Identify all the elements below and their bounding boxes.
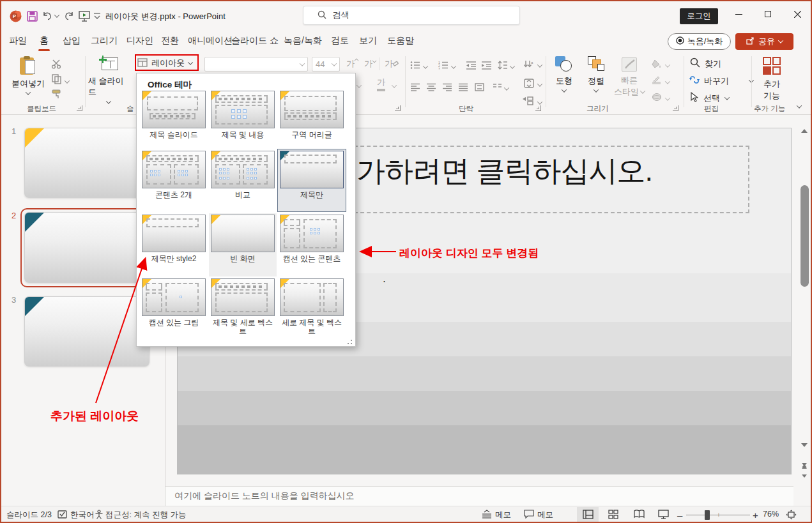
decrease-font-icon[interactable]: 가 [364, 58, 376, 70]
record-button[interactable]: 녹음/녹화 [668, 33, 731, 50]
search-input[interactable]: 검색 [303, 6, 520, 25]
shape-outline-dropdown-icon[interactable] [666, 77, 670, 86]
tab-view[interactable]: 보기 [356, 31, 379, 51]
shape-outline-icon[interactable] [650, 74, 663, 87]
tab-slideshow[interactable]: 슬라이드 쇼 [229, 31, 281, 51]
font-name-combo[interactable] [204, 57, 308, 72]
redo-icon[interactable] [63, 10, 75, 22]
align-right-icon[interactable] [441, 80, 454, 93]
close-button[interactable] [783, 1, 812, 27]
save-icon[interactable] [26, 10, 38, 22]
layout-item-content-with-caption[interactable]: 캡션 있는 콘텐츠 [278, 213, 346, 263]
copy-dropdown-icon[interactable] [64, 75, 70, 88]
justify-icon[interactable] [457, 80, 470, 93]
undo-icon[interactable] [41, 10, 54, 22]
paragraph-dialog-launcher[interactable] [535, 105, 541, 111]
zoom-out-button[interactable]: – [677, 510, 682, 520]
slide-sorter-view-button[interactable] [608, 510, 618, 519]
zoom-in-button[interactable]: + [753, 510, 758, 520]
start-slideshow-icon[interactable] [78, 10, 91, 22]
tab-design[interactable]: 디자인 [124, 31, 156, 51]
font-color-dropdown-icon[interactable] [392, 80, 396, 90]
copy-icon[interactable] [50, 73, 63, 86]
share-button[interactable]: 공유 [735, 33, 793, 50]
slide-3-thumbnail[interactable] [24, 296, 149, 367]
layout-item-two-content[interactable]: 콘텐츠 2개 [140, 149, 208, 199]
shape-effects-icon[interactable] [650, 91, 663, 103]
columns-icon[interactable] [491, 80, 503, 93]
shape-fill-icon[interactable] [650, 57, 663, 70]
layout-item-blank[interactable]: 빈 화면 [209, 213, 277, 277]
increase-font-icon[interactable]: 가 [346, 58, 358, 70]
clipboard-dialog-launcher[interactable] [77, 105, 82, 111]
shapes-button[interactable]: 도형 [549, 56, 579, 93]
replace-button[interactable]: 바꾸기 [689, 75, 753, 87]
distribute-icon[interactable] [473, 80, 486, 93]
addins-button[interactable]: 추가 기능 [755, 56, 788, 102]
cut-icon[interactable] [50, 57, 63, 70]
fit-to-window-icon[interactable] [786, 510, 797, 520]
arrange-button[interactable]: 정렬 [581, 56, 611, 93]
next-slide-button[interactable] [802, 466, 807, 478]
new-slide-button[interactable]: 새 슬라이드 [88, 56, 129, 104]
bullets-dropdown-icon[interactable] [424, 61, 427, 71]
tab-file[interactable]: 파일 [6, 31, 29, 51]
scrollbar-thumb[interactable] [801, 185, 809, 287]
layout-item-comparison[interactable]: 비교 [209, 149, 277, 199]
tab-home[interactable]: 홈 [37, 31, 51, 51]
layout-item-vertical-title-and-text[interactable]: 세로 제목 및 텍스트 [278, 277, 346, 336]
slideshow-view-button[interactable] [658, 510, 669, 519]
slide-1-thumbnail[interactable] [24, 128, 149, 198]
accessibility-icon[interactable] [95, 510, 103, 519]
maximize-button[interactable] [753, 1, 783, 27]
line-spacing-icon[interactable] [496, 59, 509, 72]
accessibility-status[interactable]: 접근성: 계속 진행 가능 [105, 510, 186, 520]
tab-animations[interactable]: 애니메이션 [185, 31, 235, 51]
text-direction-dropdown-icon[interactable] [538, 60, 542, 70]
align-left-icon[interactable] [409, 80, 422, 93]
layout-item-title-and-content[interactable]: 제목 및 내용 [209, 89, 277, 139]
tab-insert[interactable]: 삽입 [60, 31, 83, 51]
spellcheck-icon[interactable] [57, 510, 67, 519]
customize-qat-icon[interactable] [91, 10, 103, 22]
login-button[interactable]: 로그인 [680, 8, 718, 24]
scroll-down-arrow[interactable] [801, 447, 808, 457]
font-size-combo[interactable]: 44 [312, 57, 340, 72]
reading-view-button[interactable] [634, 510, 645, 519]
shape-fill-dropdown-icon[interactable] [666, 60, 670, 70]
paste-button[interactable]: 붙여넣기 [10, 56, 46, 95]
layout-item-title-only[interactable]: 제목만 [278, 149, 346, 211]
notes-toggle-button[interactable]: 메모 [482, 510, 511, 520]
collapse-ribbon-icon[interactable] [797, 101, 801, 110]
notes-pane[interactable]: 여기에 슬라이드 노트의 내용을 입력하십시오 [165, 487, 793, 506]
zoom-slider-thumb[interactable] [705, 510, 710, 520]
tab-review[interactable]: 검토 [328, 31, 351, 51]
highlight-dropdown-icon[interactable] [357, 80, 361, 90]
columns-dropdown-icon[interactable] [505, 83, 509, 93]
gallery-resize-handle[interactable] [347, 338, 353, 345]
layout-item-title-only-style2[interactable]: 제목만 style2 [140, 213, 208, 263]
smartart-icon[interactable] [521, 95, 534, 107]
increase-indent-icon[interactable] [480, 59, 493, 72]
language-indicator[interactable]: 한국어 [70, 510, 95, 520]
find-button[interactable]: 찾기 [690, 57, 721, 70]
scroll-up-arrow[interactable] [801, 119, 808, 129]
minimize-button[interactable] [724, 1, 753, 27]
tab-transitions[interactable]: 전환 [158, 31, 181, 51]
numbering-dropdown-icon[interactable] [452, 61, 456, 71]
decrease-indent-icon[interactable] [465, 59, 478, 72]
text-direction-icon[interactable]: a [523, 57, 535, 70]
slide-2-thumbnail[interactable] [24, 212, 149, 283]
clear-formatting-icon[interactable]: 가 [385, 58, 399, 70]
zoom-level[interactable]: 76% [763, 510, 779, 519]
comments-toggle-button[interactable]: 메모 [524, 510, 553, 520]
align-center-icon[interactable] [425, 80, 438, 93]
quick-styles-button[interactable]: 빠른 스타일 [612, 56, 647, 98]
font-dialog-launcher[interactable] [395, 105, 401, 111]
normal-view-button[interactable] [583, 510, 594, 519]
shape-effects-dropdown-icon[interactable] [666, 93, 670, 103]
line-spacing-dropdown-icon[interactable] [510, 61, 514, 71]
bullets-icon[interactable] [409, 59, 422, 72]
numbering-icon[interactable]: 123 [437, 59, 450, 72]
layout-item-title-and-vertical-text[interactable]: 제목 및 세로 텍스트 [209, 277, 277, 336]
